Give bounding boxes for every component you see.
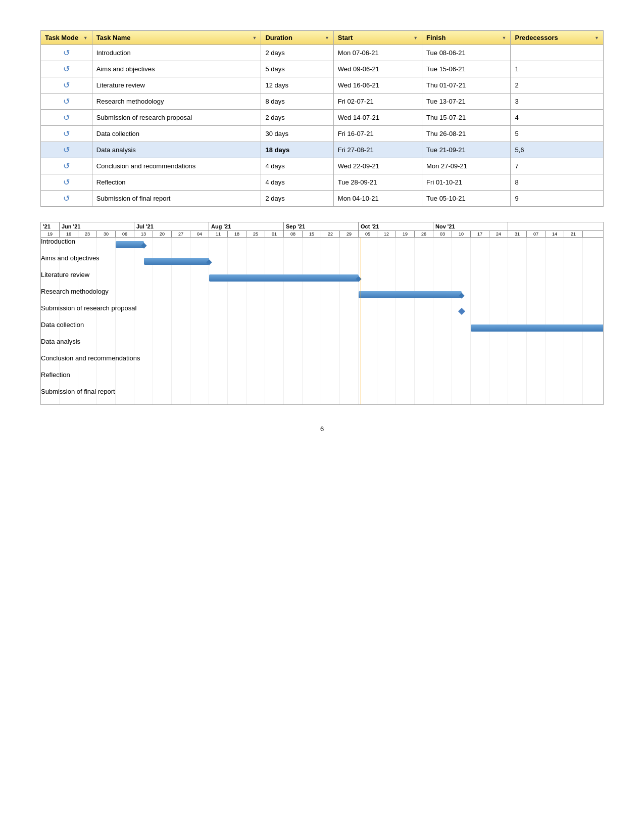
- table-row: ↺Aims and objectives5 daysWed 09-06-21Tu…: [41, 61, 604, 77]
- duration-cell: 4 days: [261, 158, 333, 174]
- gantt-week-8: 04: [190, 231, 209, 237]
- table-row: ↺Introduction2 daysMon 07-06-21Tue 08-06…: [41, 45, 604, 61]
- table-row: ↺Submission of final report2 daysMon 04-…: [41, 191, 604, 207]
- predecessors-cell: 7: [511, 158, 604, 174]
- gantt-month-0: '21: [41, 222, 60, 230]
- table-row: ↺Submission of research proposal2 daysWe…: [41, 110, 604, 126]
- task-table-section: Task Mode ▼ Task Name ▼ Duration ▼: [40, 30, 604, 207]
- start-cell: Wed 16-06-21: [333, 77, 422, 94]
- gantt-bar-0: [116, 241, 144, 248]
- finish-cell: Tue 05-10-21: [422, 191, 511, 207]
- gantt-week-17: 05: [359, 231, 377, 237]
- gantt-row-5: Data collection: [41, 321, 603, 338]
- sort-arrow-finish[interactable]: ▼: [502, 35, 506, 40]
- task-mode-cell: ↺: [41, 110, 92, 126]
- task-mode-icon: ↺: [63, 162, 70, 170]
- task-name-cell: Data collection: [92, 126, 261, 142]
- gantt-table: Task Mode ▼ Task Name ▼ Duration ▼: [40, 30, 604, 207]
- gantt-month-6: Nov '21: [433, 222, 508, 230]
- gantt-body: IntroductionAims and objectivesLiteratur…: [41, 238, 603, 404]
- table-body: ↺Introduction2 daysMon 07-06-21Tue 08-06…: [41, 45, 604, 207]
- gantt-bar-2: [209, 274, 359, 282]
- gantt-week-20: 26: [415, 231, 433, 237]
- duration-cell: 2 days: [261, 191, 333, 207]
- th-start-label: Start: [338, 34, 353, 41]
- start-cell: Wed 14-07-21: [333, 110, 422, 126]
- gantt-week-15: 22: [321, 231, 340, 237]
- task-name-cell: Conclusion and recommendations: [92, 158, 261, 174]
- task-mode-cell: ↺: [41, 174, 92, 191]
- sort-arrow-predecessors[interactable]: ▼: [595, 35, 599, 40]
- predecessors-cell: [511, 45, 604, 61]
- finish-cell: Tue 13-07-21: [422, 94, 511, 110]
- task-mode-cell: ↺: [41, 94, 92, 110]
- start-cell: Wed 22-09-21: [333, 158, 422, 174]
- finish-cell: Fri 01-10-21: [422, 174, 511, 191]
- gantt-row-1: Aims and objectives: [41, 254, 603, 271]
- task-name-cell: Data analysis: [92, 142, 261, 158]
- th-task-mode: Task Mode ▼: [41, 31, 92, 45]
- gantt-week-25: 31: [508, 231, 527, 237]
- predecessors-cell: 4: [511, 110, 604, 126]
- table-row: ↺Literature review12 daysWed 16-06-21Thu…: [41, 77, 604, 94]
- task-name-cell: Introduction: [92, 45, 261, 61]
- start-cell: Fri 02-07-21: [333, 94, 422, 110]
- gantt-row-3: Research methodology: [41, 288, 603, 304]
- task-mode-icon: ↺: [63, 178, 70, 187]
- gantt-row-8: Reflection: [41, 371, 603, 388]
- sort-arrow-task-mode[interactable]: ▼: [83, 35, 88, 40]
- duration-cell: 30 days: [261, 126, 333, 142]
- gantt-week-2: 23: [78, 231, 97, 237]
- gantt-task-label-3: Research methodology: [41, 288, 603, 295]
- task-mode-icon: ↺: [63, 97, 70, 106]
- gantt-week-13: 08: [284, 231, 303, 237]
- task-name-cell: Aims and objectives: [92, 61, 261, 77]
- finish-cell: Tue 08-06-21: [422, 45, 511, 61]
- task-mode-cell: ↺: [41, 158, 92, 174]
- th-start: Start ▼: [333, 31, 422, 45]
- gantt-row-4: Submission of research proposal: [41, 304, 603, 321]
- th-task-mode-label: Task Mode: [45, 34, 78, 41]
- task-mode-icon: ↺: [63, 113, 70, 122]
- sort-arrow-duration[interactable]: ▼: [325, 35, 329, 40]
- sort-arrow-start[interactable]: ▼: [413, 35, 418, 40]
- gantt-week-3: 30: [97, 231, 116, 237]
- task-mode-icon: ↺: [63, 146, 70, 154]
- gantt-bar-1: [144, 258, 210, 265]
- task-name-cell: Submission of research proposal: [92, 110, 261, 126]
- task-name-cell: Reflection: [92, 174, 261, 191]
- sort-arrow-task-name[interactable]: ▼: [253, 35, 257, 40]
- gantt-week-0: 19: [41, 231, 60, 237]
- gantt-week-26: 07: [527, 231, 546, 237]
- gantt-week-9: 11: [209, 231, 228, 237]
- predecessors-cell: 5,6: [511, 142, 604, 158]
- gantt-row-0: Introduction: [41, 238, 603, 254]
- start-cell: Fri 27-08-21: [333, 142, 422, 158]
- gantt-week-14: 15: [303, 231, 321, 237]
- gantt-task-label-8: Reflection: [41, 371, 603, 379]
- task-name-cell: Research methodology: [92, 94, 261, 110]
- finish-cell: Mon 27-09-21: [422, 158, 511, 174]
- gantt-chart-section: '21Jun '21Jul '21Aug '21Sep '21Oct '21No…: [40, 222, 604, 405]
- start-cell: Wed 09-06-21: [333, 61, 422, 77]
- task-mode-cell: ↺: [41, 77, 92, 94]
- gantt-week-12: 01: [265, 231, 284, 237]
- gantt-week-1: 16: [60, 231, 78, 237]
- gantt-month-5: Oct '21: [359, 222, 433, 230]
- gantt-week-10: 18: [228, 231, 246, 237]
- task-mode-icon: ↺: [63, 65, 70, 73]
- page-number-text: 6: [320, 425, 324, 433]
- gantt-week-4: 06: [116, 231, 134, 237]
- gantt-month-2: Jul '21: [134, 222, 209, 230]
- gantt-week-6: 20: [153, 231, 172, 237]
- start-cell: Tue 28-09-21: [333, 174, 422, 191]
- gantt-month-header: '21Jun '21Jul '21Aug '21Sep '21Oct '21No…: [41, 222, 603, 231]
- today-line: [361, 238, 361, 404]
- gantt-task-label-1: Aims and objectives: [41, 254, 603, 262]
- gantt-week-18: 12: [377, 231, 396, 237]
- gantt-month-1: Jun '21: [60, 222, 134, 230]
- table-row: ↺Research methodology8 daysFri 02-07-21T…: [41, 94, 604, 110]
- gantt-week-header: 1916233006132027041118250108152229051219…: [41, 231, 603, 238]
- task-mode-icon: ↺: [63, 81, 70, 89]
- duration-cell: 12 days: [261, 77, 333, 94]
